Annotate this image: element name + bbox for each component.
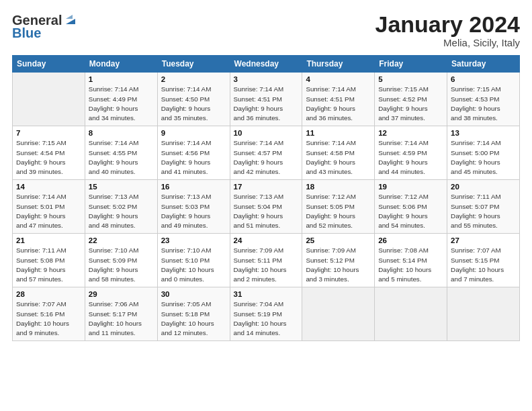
svg-marker-0 [66, 19, 75, 24]
day-number: 20 [451, 183, 516, 191]
col-sunday: Sunday [13, 56, 85, 73]
calendar-cell: 17Sunrise: 7:13 AM Sunset: 5:04 PM Dayli… [230, 180, 302, 234]
day-number: 24 [234, 236, 299, 244]
calendar-week-row: 1Sunrise: 7:14 AM Sunset: 4:49 PM Daylig… [13, 73, 520, 126]
calendar-header-row: Sunday Monday Tuesday Wednesday Thursday… [13, 56, 520, 73]
day-info: Sunrise: 7:14 AM Sunset: 4:50 PM Dayligh… [161, 85, 226, 123]
day-info: Sunrise: 7:04 AM Sunset: 5:19 PM Dayligh… [234, 300, 299, 338]
day-number: 6 [451, 75, 516, 83]
calendar-cell: 14Sunrise: 7:14 AM Sunset: 5:01 PM Dayli… [13, 180, 85, 234]
day-number: 19 [378, 183, 443, 191]
day-info: Sunrise: 7:14 AM Sunset: 4:58 PM Dayligh… [306, 138, 371, 177]
calendar-week-row: 14Sunrise: 7:14 AM Sunset: 5:01 PM Dayli… [13, 180, 520, 234]
day-info: Sunrise: 7:14 AM Sunset: 4:59 PM Dayligh… [378, 138, 443, 177]
day-number: 7 [16, 129, 81, 137]
day-number: 16 [161, 183, 226, 191]
calendar-cell [447, 287, 520, 341]
day-info: Sunrise: 7:06 AM Sunset: 5:17 PM Dayligh… [89, 300, 154, 338]
svg-marker-1 [66, 15, 73, 19]
day-info: Sunrise: 7:08 AM Sunset: 5:14 PM Dayligh… [378, 246, 443, 284]
logo-blue-text: Blue [12, 26, 41, 41]
calendar-week-row: 7Sunrise: 7:15 AM Sunset: 4:54 PM Daylig… [13, 126, 520, 180]
calendar-cell [13, 73, 85, 126]
calendar-cell: 13Sunrise: 7:14 AM Sunset: 5:00 PM Dayli… [447, 126, 520, 180]
calendar-cell: 8Sunrise: 7:14 AM Sunset: 4:55 PM Daylig… [85, 126, 157, 180]
day-info: Sunrise: 7:12 AM Sunset: 5:05 PM Dayligh… [306, 192, 371, 230]
day-number: 15 [89, 183, 154, 191]
calendar-week-row: 21Sunrise: 7:11 AM Sunset: 5:08 PM Dayli… [13, 234, 520, 287]
calendar-title: January 2024 [375, 12, 521, 37]
col-saturday: Saturday [447, 56, 520, 73]
calendar-cell: 10Sunrise: 7:14 AM Sunset: 4:57 PM Dayli… [230, 126, 302, 180]
day-number: 22 [89, 236, 154, 244]
day-info: Sunrise: 7:14 AM Sunset: 5:01 PM Dayligh… [16, 192, 81, 230]
calendar-cell: 27Sunrise: 7:07 AM Sunset: 5:15 PM Dayli… [447, 234, 520, 287]
col-thursday: Thursday [302, 56, 375, 73]
calendar-cell: 18Sunrise: 7:12 AM Sunset: 5:05 PM Dayli… [302, 180, 375, 234]
calendar-cell: 30Sunrise: 7:05 AM Sunset: 5:18 PM Dayli… [157, 287, 230, 341]
calendar-cell: 31Sunrise: 7:04 AM Sunset: 5:19 PM Dayli… [230, 287, 302, 341]
calendar-cell: 16Sunrise: 7:13 AM Sunset: 5:03 PM Dayli… [157, 180, 230, 234]
calendar-cell: 2Sunrise: 7:14 AM Sunset: 4:50 PM Daylig… [157, 73, 230, 126]
calendar-week-row: 28Sunrise: 7:07 AM Sunset: 5:16 PM Dayli… [13, 287, 520, 341]
day-info: Sunrise: 7:14 AM Sunset: 4:55 PM Dayligh… [89, 138, 154, 177]
day-info: Sunrise: 7:13 AM Sunset: 5:03 PM Dayligh… [161, 192, 226, 230]
calendar-cell: 9Sunrise: 7:14 AM Sunset: 4:56 PM Daylig… [157, 126, 230, 180]
day-number: 13 [451, 129, 516, 137]
calendar-cell: 15Sunrise: 7:13 AM Sunset: 5:02 PM Dayli… [85, 180, 157, 234]
calendar-cell: 4Sunrise: 7:14 AM Sunset: 4:51 PM Daylig… [302, 73, 375, 126]
calendar-cell: 25Sunrise: 7:09 AM Sunset: 5:12 PM Dayli… [302, 234, 375, 287]
day-info: Sunrise: 7:07 AM Sunset: 5:16 PM Dayligh… [16, 300, 81, 338]
day-info: Sunrise: 7:10 AM Sunset: 5:09 PM Dayligh… [89, 246, 154, 284]
day-info: Sunrise: 7:14 AM Sunset: 4:56 PM Dayligh… [161, 138, 226, 177]
logo-icon [63, 12, 78, 27]
day-number: 14 [16, 183, 81, 191]
day-number: 11 [306, 129, 371, 137]
day-info: Sunrise: 7:15 AM Sunset: 4:53 PM Dayligh… [451, 85, 516, 123]
day-number: 23 [161, 236, 226, 244]
day-info: Sunrise: 7:11 AM Sunset: 5:08 PM Dayligh… [16, 246, 81, 284]
calendar-cell: 12Sunrise: 7:14 AM Sunset: 4:59 PM Dayli… [375, 126, 447, 180]
day-number: 5 [378, 75, 443, 83]
day-number: 21 [16, 236, 81, 244]
calendar-cell [375, 287, 447, 341]
day-number: 18 [306, 183, 371, 191]
day-number: 4 [306, 75, 371, 83]
day-number: 28 [16, 290, 81, 298]
day-info: Sunrise: 7:15 AM Sunset: 4:54 PM Dayligh… [16, 138, 81, 177]
day-info: Sunrise: 7:11 AM Sunset: 5:07 PM Dayligh… [451, 192, 516, 230]
col-tuesday: Tuesday [157, 56, 230, 73]
day-number: 3 [234, 75, 299, 83]
day-info: Sunrise: 7:14 AM Sunset: 4:51 PM Dayligh… [306, 85, 371, 123]
calendar-cell: 22Sunrise: 7:10 AM Sunset: 5:09 PM Dayli… [85, 234, 157, 287]
day-info: Sunrise: 7:12 AM Sunset: 5:06 PM Dayligh… [378, 192, 443, 230]
logo: General Blue [12, 12, 78, 41]
day-number: 10 [234, 129, 299, 137]
calendar-cell: 29Sunrise: 7:06 AM Sunset: 5:17 PM Dayli… [85, 287, 157, 341]
day-number: 31 [234, 290, 299, 298]
calendar-cell: 20Sunrise: 7:11 AM Sunset: 5:07 PM Dayli… [447, 180, 520, 234]
calendar-cell: 21Sunrise: 7:11 AM Sunset: 5:08 PM Dayli… [13, 234, 85, 287]
day-number: 29 [89, 290, 154, 298]
calendar-cell: 19Sunrise: 7:12 AM Sunset: 5:06 PM Dayli… [375, 180, 447, 234]
day-number: 30 [161, 290, 226, 298]
calendar-cell: 1Sunrise: 7:14 AM Sunset: 4:49 PM Daylig… [85, 73, 157, 126]
day-number: 26 [378, 236, 443, 244]
day-info: Sunrise: 7:14 AM Sunset: 4:51 PM Dayligh… [234, 85, 299, 123]
day-number: 25 [306, 236, 371, 244]
calendar-table: Sunday Monday Tuesday Wednesday Thursday… [12, 55, 520, 341]
calendar-cell: 24Sunrise: 7:09 AM Sunset: 5:11 PM Dayli… [230, 234, 302, 287]
day-info: Sunrise: 7:14 AM Sunset: 5:00 PM Dayligh… [451, 138, 516, 177]
calendar-cell: 7Sunrise: 7:15 AM Sunset: 4:54 PM Daylig… [13, 126, 85, 180]
calendar-cell: 26Sunrise: 7:08 AM Sunset: 5:14 PM Dayli… [375, 234, 447, 287]
col-friday: Friday [375, 56, 447, 73]
day-number: 9 [161, 129, 226, 137]
header: General Blue January 2024 Melia, Sicily,… [12, 12, 520, 48]
day-info: Sunrise: 7:14 AM Sunset: 4:57 PM Dayligh… [234, 138, 299, 177]
calendar-cell: 3Sunrise: 7:14 AM Sunset: 4:51 PM Daylig… [230, 73, 302, 126]
calendar-cell: 6Sunrise: 7:15 AM Sunset: 4:53 PM Daylig… [447, 73, 520, 126]
day-info: Sunrise: 7:13 AM Sunset: 5:02 PM Dayligh… [89, 192, 154, 230]
day-number: 2 [161, 75, 226, 83]
day-info: Sunrise: 7:15 AM Sunset: 4:52 PM Dayligh… [378, 85, 443, 123]
day-info: Sunrise: 7:09 AM Sunset: 5:11 PM Dayligh… [234, 246, 299, 284]
